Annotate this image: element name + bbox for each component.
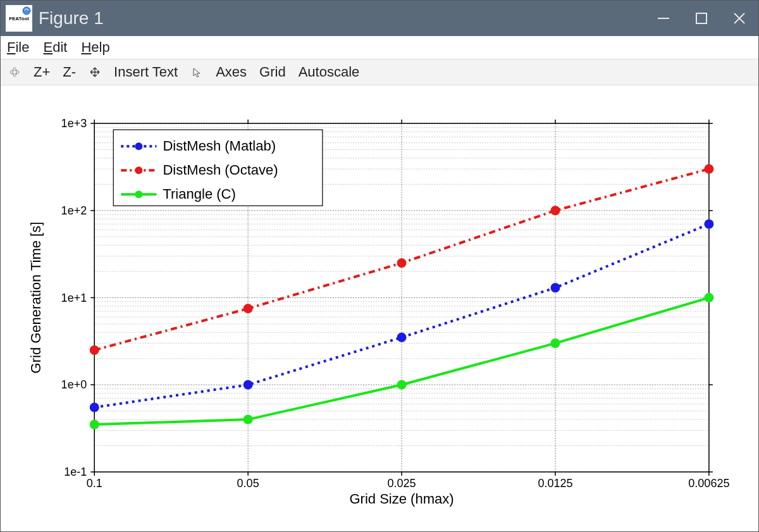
grid-button[interactable]: Grid	[259, 64, 286, 80]
svg-text:DistMesh (Matlab): DistMesh (Matlab)	[163, 138, 276, 154]
zoom-out-button[interactable]: Z-	[63, 64, 76, 80]
svg-point-0	[23, 7, 30, 15]
svg-text:1e+2: 1e+2	[61, 204, 87, 217]
svg-point-84	[397, 333, 406, 342]
maximize-button[interactable]	[682, 1, 720, 36]
svg-point-83	[244, 380, 252, 389]
svg-point-93	[244, 415, 252, 424]
menu-file[interactable]: File	[7, 39, 29, 56]
svg-text:Grid Generation Time [s]: Grid Generation Time [s]	[28, 221, 44, 373]
svg-point-85	[551, 283, 560, 292]
svg-text:DistMesh (Octave): DistMesh (Octave)	[163, 162, 278, 178]
svg-rect-2	[696, 13, 707, 23]
svg-point-95	[551, 338, 560, 347]
svg-point-5	[10, 70, 19, 74]
pointer-icon[interactable]	[190, 66, 203, 78]
axes-button[interactable]: Axes	[216, 64, 247, 80]
rotate-3d-icon[interactable]	[8, 66, 21, 78]
svg-point-88	[244, 304, 252, 313]
pan-icon[interactable]	[89, 66, 101, 78]
close-button[interactable]	[720, 1, 758, 36]
svg-point-89	[397, 259, 406, 268]
menubar: File Edit Help	[1, 36, 758, 59]
titlebar: FEATool Figure 1	[1, 1, 758, 36]
svg-text:1e-1: 1e-1	[64, 466, 87, 478]
svg-point-90	[551, 206, 560, 215]
svg-text:0.00625: 0.00625	[688, 477, 729, 490]
svg-text:0.0125: 0.0125	[538, 477, 572, 490]
svg-text:1e+0: 1e+0	[61, 378, 87, 391]
figure-window: FEATool Figure 1 File Edit Help Z+ Z- In…	[0, 0, 759, 532]
svg-point-105	[135, 190, 142, 198]
svg-point-87	[90, 345, 99, 354]
autoscale-button[interactable]: Autoscale	[299, 64, 360, 80]
chart: 1e-11e+01e+11e+21e+30.10.050.0250.01250.…	[12, 92, 747, 523]
toolbar: Z+ Z- Insert Text Axes Grid Autoscale	[1, 59, 758, 85]
insert-text-button[interactable]: Insert Text	[114, 64, 178, 80]
svg-text:1e+1: 1e+1	[61, 291, 87, 304]
window-title: Figure 1	[39, 8, 645, 28]
svg-text:Triangle (C): Triangle (C)	[163, 186, 235, 202]
svg-point-92	[90, 420, 99, 429]
app-logo: FEATool	[6, 5, 32, 32]
svg-text:Grid Size (hmax): Grid Size (hmax)	[349, 491, 454, 507]
svg-point-99	[135, 142, 142, 150]
svg-point-86	[705, 220, 713, 228]
menu-edit[interactable]: Edit	[43, 39, 67, 56]
svg-point-82	[90, 403, 99, 412]
svg-text:0.05: 0.05	[237, 477, 259, 490]
svg-point-102	[135, 166, 142, 174]
svg-text:0.025: 0.025	[388, 477, 416, 490]
plot-area[interactable]: 1e-11e+01e+11e+21e+30.10.050.0250.01250.…	[1, 85, 758, 531]
minimize-button[interactable]	[645, 1, 682, 36]
svg-point-96	[705, 293, 713, 302]
svg-point-6	[13, 68, 16, 77]
svg-text:1e+3: 1e+3	[61, 117, 87, 130]
menu-help[interactable]: Help	[81, 39, 109, 56]
svg-point-91	[705, 164, 713, 173]
svg-text:0.1: 0.1	[87, 477, 102, 490]
zoom-in-button[interactable]: Z+	[34, 64, 50, 80]
svg-point-94	[397, 380, 406, 389]
